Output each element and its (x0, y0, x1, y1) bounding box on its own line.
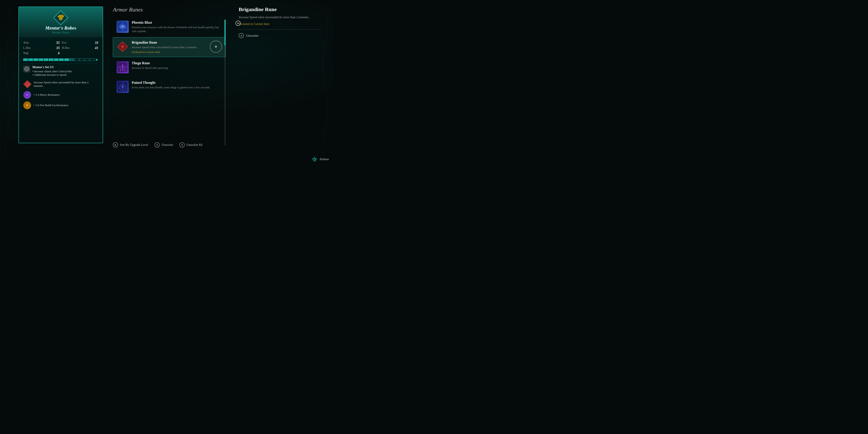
progress-segment-1 (23, 58, 28, 61)
svg-point-16 (26, 104, 28, 106)
sort-label: Sort By Upgrade Level (120, 143, 148, 147)
stat-lres-value: 35 (56, 46, 60, 50)
progress-segment-5 (44, 58, 49, 61)
unsocket-all-label: Unsocket All (186, 143, 203, 147)
progress-bar: ▶ (23, 58, 98, 61)
detail-divider (239, 29, 321, 30)
item-card-header: Mentor's Robes Divine Torso (19, 7, 103, 37)
set-bonus: Mentor's Set 5/5 Increase Attack after C… (23, 65, 98, 76)
phoenix-blast-name: Phoenix Blast (132, 21, 222, 25)
heavy-resistance-effect: + 3.3 Heavy Resistance (23, 90, 98, 100)
animus-button[interactable]: Animus (312, 156, 329, 162)
item-name: Mentor's Robes (45, 25, 76, 31)
norse-left-decoration (0, 0, 16, 167)
armor-runes-title: Armor Runes (113, 6, 226, 13)
unsocket-a-key: A (239, 33, 244, 38)
item-card-body: Arm 55 Eva 33 L-Res 35 H-Res 41 Wgt 6 (19, 37, 103, 114)
brigandine-rune-info: Brigandine Rune Increase Speed when surr… (132, 40, 207, 54)
pained-thought-info: Pained Thought Every time you lose Healt… (132, 81, 222, 89)
set-bonus-item-1: Increase Attack after Critical Hits (32, 70, 72, 73)
stat-lres: L-Res 35 (23, 46, 60, 50)
brigandine-rune-icon (117, 40, 129, 53)
fire-resistance-icon (23, 101, 31, 109)
stat-arm-label: Arm (23, 41, 29, 44)
progress-segment-6 (49, 58, 54, 61)
progress-segment-4 (39, 58, 43, 61)
phoenix-blast-desc: Enemies you resurrect with the Power of … (132, 25, 222, 33)
pained-thought-desc: Every time you lose Health, some Hugr is… (132, 86, 222, 89)
unsocket-control[interactable]: X Unsocket (155, 142, 173, 148)
scrollbar[interactable] (224, 20, 226, 145)
progress-segment-13 (85, 58, 90, 61)
stat-arm: Arm 55 (23, 41, 60, 45)
brigandine-rune-desc: Increase Speed when surrounded by more t… (132, 45, 207, 49)
phoenix-blast-info: Phoenix Blast Enemies you resurrect with… (132, 21, 222, 33)
brigandine-socketed-label: Socketed in Current Item (132, 50, 207, 54)
unsocket-key-indicator: X (155, 142, 160, 148)
svg-rect-0 (1, 11, 14, 156)
stat-wgt-label: Wgt (23, 52, 28, 55)
brigandine-rune-name: Brigandine Rune (132, 40, 207, 44)
progress-segment-11 (74, 58, 79, 61)
pained-thought-name: Pained Thought (132, 81, 222, 85)
rune-effect: Increase Speed when surrounded by more t… (23, 79, 98, 90)
phoenix-blast-icon (117, 21, 129, 33)
heavy-resistance-icon (23, 91, 31, 99)
detail-panel: Brigandine Rune Increase Speed when surr… (239, 6, 321, 38)
detail-unsocket[interactable]: A Unsocket (239, 33, 321, 38)
unsocket-label: Unsocket (161, 143, 173, 147)
fire-resistance-text: + 2.0 Fire Build-Up Resistance (33, 103, 68, 107)
progress-segment-10 (69, 58, 74, 61)
sort-key-indicator: R (113, 142, 118, 148)
thegn-rune-desc: Increase to Speed after parrying (132, 66, 222, 70)
progress-segment-2 (28, 58, 33, 61)
svg-point-13 (26, 94, 28, 96)
rune-item-thegn[interactable]: Thegn Rune Increase to Speed after parry… (113, 58, 226, 76)
rune-item-phoenix-blast[interactable]: Phoenix Blast Enemies you resurrect with… (113, 18, 226, 36)
detail-rune-desc: Increase Speed when surrounded by more t… (239, 15, 321, 20)
set-bonus-title: Mentor's Set 5/5 (32, 65, 72, 69)
stat-eva-label: Eva (62, 41, 67, 44)
unsocket-action-label: Unsocket (246, 34, 258, 37)
set-bonus-item-2: Additional increase to Speed (32, 73, 72, 76)
unsocket-all-key-indicator: Y (180, 142, 185, 148)
stat-hres-value: 41 (95, 46, 98, 50)
set-bonus-list: Increase Attack after Critical Hits Addi… (32, 70, 72, 76)
progress-segment-12 (80, 58, 85, 61)
stat-wgt: Wgt 6 (23, 51, 60, 55)
stat-wgt-value: 6 (58, 51, 60, 55)
progress-segment-3 (33, 58, 38, 61)
progress-arrow: ▶ (96, 58, 98, 61)
bottom-controls: R Sort By Upgrade Level X Unsocket Y Uns… (113, 142, 203, 148)
stat-eva-value: 33 (95, 41, 98, 45)
progress-segment-7 (54, 58, 59, 61)
pained-thought-icon (117, 81, 129, 93)
scrollbar-thumb[interactable] (224, 20, 226, 45)
stat-lres-label: L-Res (23, 46, 31, 50)
rune-item-brigandine[interactable]: Brigandine Rune Increase Speed when surr… (113, 37, 226, 57)
thegn-rune-name: Thegn Rune (132, 61, 222, 65)
progress-segment-9 (64, 58, 69, 61)
thegn-rune-icon (117, 61, 129, 73)
item-card: Mentor's Robes Divine Torso Arm 55 Eva 3… (19, 6, 103, 143)
set-bonus-content: Mentor's Set 5/5 Increase Attack after C… (32, 65, 72, 76)
detail-socketed-label: Socketed in Current Item (239, 22, 321, 26)
socket-dot (215, 45, 217, 48)
sort-upgrade-control[interactable]: R Sort By Upgrade Level (113, 142, 148, 148)
rune-effect-text: Increase Speed when surrounded by more t… (34, 81, 98, 88)
svg-point-27 (314, 158, 315, 160)
stat-hres-label: H-Res (62, 46, 70, 50)
stat-hres: H-Res 41 (62, 46, 98, 50)
unsocket-all-control[interactable]: Y Unsocket All (180, 142, 203, 148)
animus-icon (312, 156, 318, 162)
progress-segment-8 (59, 58, 64, 61)
heavy-resistance-text: + 3.3 Heavy Resistance (33, 93, 60, 97)
rune-item-pained-thought[interactable]: Pained Thought Every time you lose Healt… (113, 78, 226, 96)
detail-rune-name: Brigandine Rune (239, 6, 321, 12)
item-icon (53, 10, 68, 25)
item-type: Divine Torso (52, 31, 69, 34)
thegn-rune-info: Thegn Rune Increase to Speed after parry… (132, 61, 222, 70)
stat-eva: Eva 33 (62, 41, 98, 45)
animus-label: Animus (319, 158, 329, 161)
stats-grid: Arm 55 Eva 33 L-Res 35 H-Res 41 Wgt 6 (23, 41, 98, 55)
